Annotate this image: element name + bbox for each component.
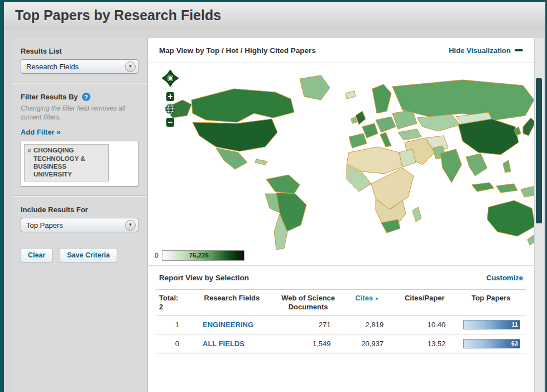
table-row: 1 ENGINEERING 271 2,819 10.40 11 [156,315,526,334]
scrollbar-thumb[interactable] [536,78,542,223]
remove-filter-icon[interactable]: × [27,147,31,155]
zoom-in-icon [166,92,174,101]
map-view-title: Map View by Top / Hot / Highly Cited Pap… [159,46,316,55]
total-value: 2 [159,303,185,312]
map-legend: 0 76,225 [155,250,244,261]
filter-results-label: Filter Results By [21,93,78,101]
pan-control-icon [162,70,179,87]
field-link-engineering[interactable]: ENGINEERING [203,321,253,329]
field-link-all-fields[interactable]: ALL FIELDS [203,340,244,348]
report-view-title: Report View by Selection [159,274,249,282]
report-table: Total: 2 Research Fields Web of Science … [156,289,526,353]
page-title: Top Papers by Research Fields [15,7,221,23]
total-label: Total: [159,294,185,303]
map-view-header: Map View by Top / Hot / Highly Cited Pap… [148,38,534,63]
globe-icon [165,104,175,114]
report-view-header: Report View by Selection Customize [148,266,534,289]
collapse-icon [515,49,523,51]
top-papers-bar: 63 [463,339,520,348]
add-filter-link[interactable]: Add Filter » [21,128,61,136]
column-cites-per-paper: Cites/Paper [394,290,455,315]
row-rank: 0 [156,334,188,353]
customize-link[interactable]: Customize [486,274,523,282]
world-map-svg [150,64,534,255]
main-panel: Map View by Top / Hot / Highly Cited Pap… [148,38,534,392]
top-papers-value: 63 [511,340,518,348]
legend-gradient-bar: 76,225 [162,250,244,261]
map-zoom-controls[interactable] [161,70,179,146]
legend-min-label: 0 [155,252,159,260]
column-research-fields: Research Fields [188,290,276,315]
wos-documents-value: 1,549 [276,334,341,353]
column-cites-label: Cites [355,294,373,302]
clear-button[interactable]: Clear [21,248,52,262]
top-papers-bar: 11 [463,320,520,329]
save-criteria-button[interactable]: Save Criteria [60,248,117,262]
hide-visualization-label: Hide Visualization [449,46,511,55]
include-results-label: Include Results For [21,205,138,214]
row-rank: 1 [156,315,188,334]
zoom-out-icon [166,118,174,127]
column-top-papers: Top Papers [455,290,526,315]
filter-tag[interactable]: × CHONGQING TECHNOLOGY & BUSINESS UNIVER… [24,144,109,181]
cites-value: 2,819 [340,315,394,334]
table-header-row: Total: 2 Research Fields Web of Science … [156,290,526,315]
filter-note: Changing the filter field removes all cu… [21,104,138,122]
filter-box: × CHONGQING TECHNOLOGY & BUSINESS UNIVER… [21,141,138,187]
cites-value: 20,937 [340,334,394,353]
sidebar-divider [12,83,147,84]
chevron-down-icon[interactable]: ▼ [125,61,136,72]
table-row: 0 ALL FIELDS 1,549 20,937 13.52 63 [156,334,526,353]
cites-sort-header[interactable]: Cites▼ [340,290,394,315]
results-list-label: Results List [21,47,138,55]
sort-desc-icon: ▼ [375,297,379,302]
world-map[interactable]: 0 76,225 [148,63,534,266]
results-list-value: Research Fields [26,63,79,71]
page-header: Top Papers by Research Fields [4,2,545,28]
hide-visualization-link[interactable]: Hide Visualization [449,46,523,55]
chevron-down-icon[interactable]: ▼ [125,220,136,231]
column-wos-documents: Web of Science Documents [276,290,341,315]
wos-documents-value: 271 [276,315,341,334]
cites-per-paper-value: 10.40 [394,315,455,334]
include-results-select[interactable]: Top Papers ▼ [21,218,138,232]
content: Results List Research Fields ▼ Filter Re… [8,38,544,392]
filter-tag-label: CHONGQING TECHNOLOGY & BUSINESS UNIVERSI… [33,146,105,179]
include-results-value: Top Papers [26,221,63,230]
sidebar-divider [12,195,147,197]
cites-per-paper-value: 13.52 [394,334,455,353]
application-window: Top Papers by Research Fields Results Li… [0,0,547,392]
help-icon[interactable]: ? [82,93,90,101]
results-list-select[interactable]: Research Fields ▼ [21,59,138,74]
top-papers-value: 11 [512,321,519,329]
sidebar: Results List Research Fields ▼ Filter Re… [12,38,148,392]
legend-max-label: 76,225 [189,252,209,259]
total-header: Total: 2 [156,290,188,315]
scrollbar[interactable] [534,38,544,392]
